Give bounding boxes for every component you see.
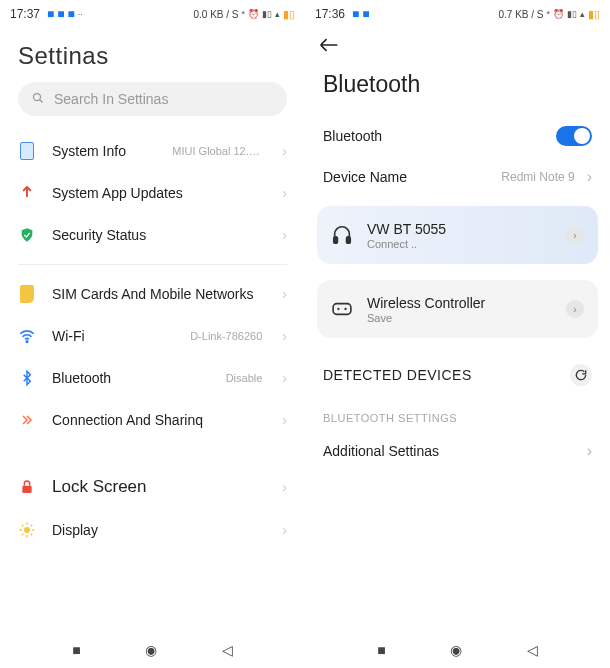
additional-settings-row[interactable]: Additional Settinas › — [305, 430, 610, 472]
svg-rect-15 — [333, 304, 351, 315]
svg-line-11 — [22, 534, 24, 536]
wifi-status-icon: ▴ — [580, 9, 585, 19]
row-security[interactable]: Security Status › — [0, 214, 305, 256]
chevron-right-icon: › — [282, 143, 287, 159]
bluetooth-screen: 17:36 ■ ■ 0.7 KB / S * ⏰ ▮▯ ▴ ▮▯ Bluetoo… — [305, 0, 610, 668]
back-button[interactable] — [305, 24, 610, 61]
bt-status-icon: * — [546, 9, 550, 19]
signal-icon: ▮▯ — [567, 9, 577, 19]
page-title: Bluetooth — [305, 61, 610, 116]
chevron-right-icon: › — [282, 227, 287, 243]
svg-line-1 — [40, 99, 43, 102]
app-icon: ■ — [362, 7, 369, 21]
app-icon: ■ — [68, 7, 75, 21]
status-bar-left: 17:37 ■ ■ ■ ·· 0.0 KB / S * ⏰ ▮▯ ▴ ▮▯ — [0, 0, 305, 24]
svg-line-12 — [31, 525, 33, 527]
nav-back[interactable]: ◁ — [527, 642, 538, 658]
gamepad-icon — [331, 301, 353, 317]
paired-device-card[interactable]: VW BT 5055 Connect .. › — [317, 206, 598, 264]
sim-icon — [18, 285, 36, 303]
status-time: 17:37 — [10, 7, 40, 21]
detected-devices-header: DETECTED DEVICES — [305, 346, 610, 392]
bluetooth-icon — [18, 369, 36, 387]
search-placeholder: Search In Settinas — [54, 91, 168, 107]
row-display[interactable]: Display › — [0, 509, 305, 551]
status-bar-right: 17:36 ■ ■ 0.7 KB / S * ⏰ ▮▯ ▴ ▮▯ — [305, 0, 610, 24]
settings-screen: 17:37 ■ ■ ■ ·· 0.0 KB / S * ⏰ ▮▯ ▴ ▮▯ Se… — [0, 0, 305, 668]
svg-point-16 — [337, 308, 339, 310]
svg-point-4 — [24, 527, 30, 533]
refresh-button[interactable] — [570, 364, 592, 386]
svg-line-10 — [31, 534, 33, 536]
chevron-right-icon: › — [282, 370, 287, 386]
chevron-right-icon: › — [282, 522, 287, 538]
chevron-right-icon[interactable]: › — [566, 300, 584, 318]
chevron-right-icon[interactable]: › — [566, 226, 584, 244]
sun-icon — [18, 521, 36, 539]
bluetooth-toggle[interactable] — [556, 126, 592, 146]
row-bluetooth[interactable]: Bluetooth Disable › — [0, 357, 305, 399]
network-speed: 0.0 KB / S — [193, 9, 238, 20]
row-updates[interactable]: System App Updates › — [0, 172, 305, 214]
android-nav-bar: ■ ◉ ◁ — [0, 632, 305, 668]
chevron-right-icon: › — [282, 412, 287, 428]
row-sharing[interactable]: Connection And Sharinq › — [0, 399, 305, 441]
chevron-right-icon: › — [587, 442, 592, 460]
nav-recent[interactable]: ■ — [72, 642, 80, 658]
bt-status-icon: * — [241, 9, 245, 19]
search-input[interactable]: Search In Settinas — [18, 82, 287, 116]
more-icon: ·· — [78, 9, 83, 19]
share-icon — [18, 411, 36, 429]
bluetooth-toggle-row: Bluetooth — [305, 116, 610, 156]
headphones-icon — [331, 224, 353, 246]
svg-rect-3 — [22, 486, 31, 493]
network-speed: 0.7 KB / S — [498, 9, 543, 20]
android-nav-bar: ■ ◉ ◁ — [305, 632, 610, 668]
chevron-right-icon: › — [282, 479, 287, 495]
nav-recent[interactable]: ■ — [377, 642, 385, 658]
chevron-right-icon: › — [282, 185, 287, 201]
phone-icon — [18, 142, 36, 160]
divider — [18, 264, 287, 265]
alarm-icon: ⏰ — [553, 9, 564, 19]
nav-back[interactable]: ◁ — [222, 642, 233, 658]
wifi-status-icon: ▴ — [275, 9, 280, 19]
device-name-row[interactable]: Device Name Redmi Note 9 › — [305, 156, 610, 198]
chevron-right-icon: › — [587, 168, 592, 186]
nav-home[interactable]: ◉ — [450, 642, 462, 658]
bt-settings-header: BLUETOOTH SETTINGS — [305, 392, 610, 430]
paired-device-card[interactable]: Wireless Controller Save › — [317, 280, 598, 338]
wifi-icon — [18, 327, 36, 345]
signal-icon: ▮▯ — [262, 9, 272, 19]
row-lock[interactable]: Lock Screen › — [0, 465, 305, 509]
row-system-info[interactable]: System Info MIUI Global 12.0.10 › — [0, 130, 305, 172]
svg-line-9 — [22, 525, 24, 527]
svg-rect-13 — [334, 237, 338, 243]
svg-point-17 — [344, 308, 346, 310]
page-title: Settinas — [0, 24, 305, 82]
shield-icon — [18, 226, 36, 244]
battery-icon: ▮▯ — [283, 8, 295, 21]
svg-point-2 — [26, 341, 28, 343]
row-wifi[interactable]: Wi-Fi D-Link-786260 › — [0, 315, 305, 357]
row-sim[interactable]: SIM Cards And Mobile Networks › — [0, 273, 305, 315]
alarm-icon: ⏰ — [248, 9, 259, 19]
lock-icon — [18, 478, 36, 496]
chevron-right-icon: › — [282, 328, 287, 344]
status-time: 17:36 — [315, 7, 345, 21]
nav-home[interactable]: ◉ — [145, 642, 157, 658]
svg-point-0 — [34, 93, 41, 100]
facebook-icon: ■ — [47, 7, 54, 21]
messenger-icon: ■ — [57, 7, 64, 21]
update-icon — [18, 184, 36, 202]
battery-icon: ▮▯ — [588, 8, 600, 21]
svg-rect-14 — [347, 237, 351, 243]
facebook-icon: ■ — [352, 7, 359, 21]
chevron-right-icon: › — [282, 286, 287, 302]
search-icon — [32, 92, 44, 107]
